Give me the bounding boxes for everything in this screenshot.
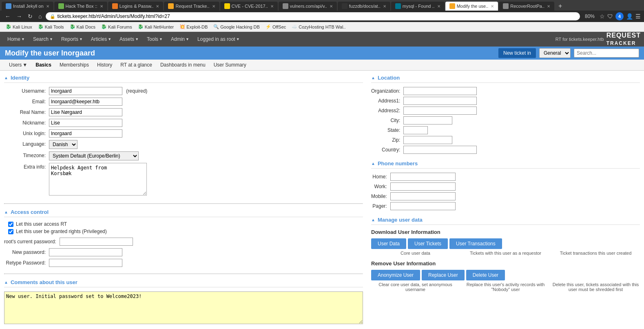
- tab-close-2[interactable]: ✕: [100, 4, 103, 9]
- user-tickets-desc: Tickets with this user as a requestor: [461, 251, 550, 256]
- reload-button[interactable]: ↻: [26, 12, 34, 20]
- bookmark-kali-forums[interactable]: 🐉 Kali Forums: [99, 23, 135, 30]
- sub-nav-basics[interactable]: Basics: [31, 60, 55, 70]
- comments-textarea[interactable]: New user. Initial password set to Welcom…: [4, 291, 363, 324]
- nav-articles[interactable]: Articles ▼: [87, 34, 115, 44]
- sub-nav-memberships[interactable]: Memberships: [55, 60, 93, 70]
- user-data-button[interactable]: User Data: [371, 238, 406, 249]
- unixlogin-label: Unix login:: [4, 129, 49, 136]
- location-collapse-btn[interactable]: ▲: [371, 76, 375, 80]
- new-tab-button[interactable]: +: [555, 2, 565, 10]
- nav-assets[interactable]: Assets ▼: [115, 34, 143, 44]
- sub-nav-history[interactable]: History: [93, 60, 116, 70]
- manage-collapse-btn[interactable]: ▲: [371, 218, 375, 222]
- nav-logged-in[interactable]: Logged in as root ▼: [193, 34, 244, 44]
- tab-close-8[interactable]: ✕: [437, 4, 440, 9]
- search-input[interactable]: [574, 49, 639, 58]
- bookmark-kali-linux[interactable]: 🐉 Kali Linux: [3, 23, 35, 30]
- sub-nav-user-summary[interactable]: User Summary: [210, 60, 250, 70]
- forward-button[interactable]: →: [15, 12, 24, 20]
- new-ticket-button[interactable]: New ticket in: [498, 48, 536, 58]
- tab-8[interactable]: mysql - Found .. ✕: [391, 2, 445, 11]
- work-phone-input[interactable]: [390, 182, 456, 191]
- avatar-icon[interactable]: 👤: [626, 13, 633, 20]
- mobile-phone-input[interactable]: [390, 192, 456, 200]
- current-password-input[interactable]: [60, 238, 133, 246]
- sub-nav-rt-at-a-glance[interactable]: RT at a glance: [116, 60, 156, 70]
- username-input[interactable]: [49, 87, 122, 95]
- nickname-input[interactable]: [49, 119, 122, 127]
- tab-2[interactable]: Hack The Box :: ✕: [54, 2, 107, 11]
- user-tickets-button[interactable]: User Tickets: [408, 238, 448, 249]
- tab-close-10[interactable]: ✕: [547, 4, 550, 9]
- nav-tools[interactable]: Tools ▼: [143, 34, 167, 44]
- tab-3[interactable]: Logins & Passw.. ✕: [108, 2, 164, 11]
- language-select[interactable]: DanishEnglish: [49, 140, 77, 149]
- delete-user-button[interactable]: Delete User: [466, 270, 505, 280]
- realname-input[interactable]: [49, 108, 122, 116]
- extrainfo-textarea[interactable]: Helpdesk Agent from Korsbæk: [49, 163, 147, 196]
- country-input[interactable]: [403, 146, 477, 154]
- general-select[interactable]: General: [539, 48, 571, 58]
- tab-close-7[interactable]: ✕: [383, 4, 386, 9]
- pager-phone-input[interactable]: [390, 202, 456, 210]
- identity-collapse-btn[interactable]: ▲: [4, 76, 8, 80]
- tab-4[interactable]: Request Tracke.. ✕: [164, 2, 219, 11]
- tab-close-1[interactable]: ✕: [46, 4, 49, 9]
- anonymize-user-button[interactable]: Anonymize User: [371, 270, 420, 280]
- bookmark-kali-docs[interactable]: 🐉 Kali Docs: [67, 23, 98, 30]
- access-control-collapse-btn[interactable]: ▲: [4, 210, 8, 214]
- tab-10[interactable]: RecoverRootPa.. ✕: [499, 2, 554, 11]
- bookmark-offsec[interactable]: ⚡ OffSec: [263, 23, 288, 30]
- tab-6[interactable]: vulners.com/api/v.. ✕: [279, 2, 337, 11]
- tab-1[interactable]: Install Jekyll on ✕: [2, 2, 53, 11]
- zip-input[interactable]: [403, 136, 452, 144]
- city-input[interactable]: [403, 116, 452, 124]
- address1-input[interactable]: [403, 97, 477, 105]
- address-bar-container[interactable]: 🔒: [46, 12, 580, 20]
- tab-close-9[interactable]: ✕: [491, 4, 494, 9]
- organization-input[interactable]: [403, 87, 477, 95]
- tab-close-3[interactable]: ✕: [156, 4, 159, 9]
- nav-admin[interactable]: Admin ▼: [167, 34, 193, 44]
- privileged-label: Let this user be granted rights (Privile…: [16, 229, 107, 234]
- bookmark-cozyhosting[interactable]: ☁️ CozyHosting HTB Wal..: [289, 23, 348, 30]
- phone-collapse-btn[interactable]: ▲: [371, 161, 375, 166]
- allow-access-checkbox[interactable]: [8, 222, 13, 227]
- tab-close-5[interactable]: ✕: [270, 4, 274, 9]
- realname-label: Real Name:: [4, 108, 49, 115]
- tab-5[interactable]: CVE - CVE-2017.. ✕: [220, 2, 278, 11]
- tab-close-4[interactable]: ✕: [212, 4, 215, 9]
- new-password-input[interactable]: [49, 248, 122, 256]
- user-transactions-button[interactable]: User Transactions: [449, 238, 502, 249]
- nav-home[interactable]: Home ▼: [3, 34, 29, 44]
- nav-search[interactable]: Search ▼: [29, 34, 57, 44]
- address-input[interactable]: [57, 13, 576, 19]
- comments-collapse-btn[interactable]: ▲: [4, 280, 8, 285]
- bookmark-exploitdb[interactable]: 💥 Exploit-DB: [177, 23, 210, 30]
- menu-icon[interactable]: ☰: [635, 13, 641, 20]
- home-phone-input[interactable]: [390, 173, 456, 181]
- profile-badge[interactable]: 4: [615, 12, 624, 20]
- replace-user-button[interactable]: Replace User: [422, 270, 465, 280]
- bookmark-ghdb[interactable]: 🔍 Google Hacking DB: [211, 23, 262, 30]
- address2-input[interactable]: [403, 107, 477, 115]
- timezone-select[interactable]: System Default (Europe/Berlin)UTC: [49, 151, 139, 160]
- sub-nav-dashboards[interactable]: Dashboards in menu: [156, 60, 210, 70]
- bookmark-nethunter[interactable]: 🐉 Kali NetHunter: [135, 23, 177, 30]
- tab-9[interactable]: Modify the use.. ✕: [445, 2, 498, 11]
- state-input[interactable]: [403, 126, 428, 134]
- tab-close-6[interactable]: ✕: [330, 4, 333, 9]
- back-button[interactable]: ←: [3, 12, 12, 20]
- email-input[interactable]: [49, 98, 122, 106]
- bookmark-star-icon[interactable]: ☆: [600, 13, 605, 20]
- tab-7[interactable]: fuzzdb/docs/at.. ✕: [338, 2, 390, 11]
- privileged-checkbox[interactable]: [8, 229, 13, 234]
- nav-reports[interactable]: Reports ▼: [57, 34, 87, 44]
- unixlogin-input[interactable]: [49, 129, 122, 138]
- retype-password-input[interactable]: [49, 259, 122, 267]
- sub-nav-users[interactable]: Users ▼: [5, 60, 31, 70]
- bookmark-kali-tools[interactable]: 🐉 Kali Tools: [35, 23, 66, 30]
- email-field-container: [49, 98, 363, 106]
- home-button[interactable]: ⌂: [37, 12, 43, 20]
